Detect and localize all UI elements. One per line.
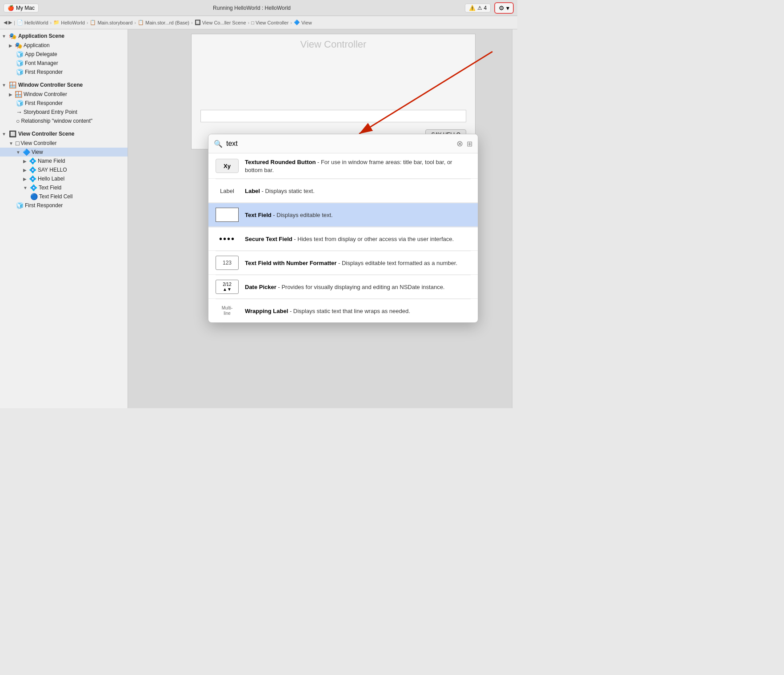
result-text-text-field: Text Field - Displays editable text. <box>245 211 333 219</box>
result-wrapping-label[interactable]: Multi- line Wrapping Label - Displays st… <box>208 299 478 322</box>
gear-icon: ⚙ ▾ <box>499 4 509 12</box>
sidebar-item-relationship[interactable]: ○ Relationship "window content" <box>0 117 128 125</box>
result-text-field[interactable]: Text Field - Displays editable text. <box>208 203 478 227</box>
result-text-field-number[interactable]: 123 Text Field with Number Formatter - D… <box>208 251 478 275</box>
result-text-label: Label - Displays static text. <box>245 187 315 195</box>
breadcrumb-helloworld-folder[interactable]: 📄 HelloWorld <box>17 20 48 25</box>
expand-arrow-application-scene: ▼ <box>2 34 6 39</box>
breadcrumb: ◀ ▶ | 📄 HelloWorld › 📁 HelloWorld › 📋 Ma… <box>0 16 517 29</box>
breadcrumb-nav-back[interactable]: ◀ ▶ <box>4 20 12 25</box>
breadcrumb-view[interactable]: 🔷 View <box>294 20 312 25</box>
expand-arrow-vc-scene: ▼ <box>2 132 6 137</box>
result-text-date-picker: Date Picker - Provides for visually disp… <box>245 283 444 291</box>
sidebar-item-first-responder-app[interactable]: 🧊 First Responder <box>0 68 128 76</box>
sidebar-item-first-responder-vc[interactable]: 🧊 First Responder <box>0 201 128 210</box>
breadcrumb-main-storyboard[interactable]: 📋 Main.storyboard <box>90 20 132 25</box>
search-bar: 🔍 ⊗ ⊞ <box>208 134 478 153</box>
vc-canvas-container: View Controller SAY HELLO <box>191 34 476 149</box>
result-label[interactable]: Label Label - Displays static text. <box>208 179 478 203</box>
breadcrumb-helloworld-group[interactable]: 📁 HelloWorld <box>53 20 85 25</box>
gear-button[interactable]: ⚙ ▾ <box>494 2 514 14</box>
vc-canvas-input <box>200 110 466 122</box>
section-view-controller-scene[interactable]: ▼ 🔲 View Controller Scene <box>0 129 128 139</box>
section-application-scene[interactable]: ▼ 🎭 Application Scene <box>0 31 128 41</box>
result-icon-secure-text-field: •••• <box>216 232 239 246</box>
result-date-picker[interactable]: 2/12 ▲▼ Date Picker - Provides for visua… <box>208 275 478 299</box>
sidebar-item-say-hello[interactable]: ▶ 💠 SAY HELLO <box>0 165 128 174</box>
title-bar: 🍎 My Mac Running HelloWorld : HelloWorld… <box>0 0 517 16</box>
sidebar-item-name-field[interactable]: ▶ 💠 Name Field <box>0 157 128 165</box>
clear-search-button[interactable]: ⊗ <box>456 139 463 149</box>
result-text-secure-text-field: Secure Text Field - Hides text from disp… <box>245 235 454 243</box>
search-input[interactable] <box>226 140 453 148</box>
my-mac-label: My Mac <box>16 5 35 11</box>
result-text-textured-rounded-button: Textured Rounded Button - For use in win… <box>245 158 471 174</box>
sidebar-item-application[interactable]: ▶ 🎭 Application <box>0 41 128 50</box>
result-icon-text-field <box>216 208 239 222</box>
result-icon-wrapping-label: Multi- line <box>216 304 239 318</box>
sidebar-item-storyboard-entry[interactable]: → Storyboard Entry Point <box>0 108 128 117</box>
result-textured-rounded-button[interactable]: Xy Textured Rounded Button - For use in … <box>208 153 478 179</box>
vc-canvas-title: View Controller <box>192 34 475 50</box>
result-secure-text-field[interactable]: •••• Secure Text Field - Hides text from… <box>208 227 478 251</box>
canvas-area: View Controller SAY HELLO <box>128 29 512 408</box>
warning-badge[interactable]: ⚠️ ⚠ 4 <box>465 4 491 12</box>
apple-icon: 🍎 <box>8 5 14 11</box>
result-icon-textured-rounded-button: Xy <box>216 159 239 173</box>
breadcrumb-vc-scene[interactable]: 🔲 View Co...ller Scene <box>195 20 246 25</box>
sidebar-item-window-controller[interactable]: ▶ 🪟 Window Controller <box>0 90 128 99</box>
result-text-wrapping-label: Wrapping Label - Displays static text th… <box>245 307 410 315</box>
sidebar-item-font-manager[interactable]: 🧊 Font Manager <box>0 59 128 68</box>
result-icon-text-field-number: 123 <box>216 256 239 270</box>
content-area: View Controller SAY HELLO <box>128 29 512 408</box>
section-window-controller-scene[interactable]: ▼ 🪟 Window Controller Scene <box>0 80 128 90</box>
breadcrumb-main-storyboard-base[interactable]: 📋 Main.stor...rd (Base) <box>138 20 189 25</box>
warning-icon: ⚠️ <box>469 5 476 11</box>
result-icon-label: Label <box>216 184 239 198</box>
grid-view-button[interactable]: ⊞ <box>467 140 472 148</box>
sidebar-item-view[interactable]: ▼ 🔷 View <box>0 148 128 157</box>
running-title: Running HelloWorld : HelloWorld <box>42 5 461 11</box>
main-layout: ▼ 🎭 Application Scene ▶ 🎭 Application 🧊 … <box>0 29 517 408</box>
expand-arrow-window-controller-scene: ▼ <box>2 83 6 88</box>
sidebar-item-app-delegate[interactable]: 🧊 App Delegate <box>0 50 128 59</box>
breadcrumb-view-controller[interactable]: □ View Controller <box>251 20 288 25</box>
sidebar-item-first-responder-window[interactable]: 🧊 First Responder <box>0 99 128 108</box>
right-panel <box>512 29 517 408</box>
sidebar-item-text-field-cell[interactable]: 🔵 Text Field Cell <box>0 192 128 201</box>
sidebar-item-text-field[interactable]: ▼ 💠 Text Field <box>0 183 128 192</box>
result-text-text-field-number: Text Field with Number Formatter - Displ… <box>245 259 457 267</box>
sidebar-item-hello-label[interactable]: ▶ 💠 Hello Label <box>0 174 128 183</box>
my-mac-badge[interactable]: 🍎 My Mac <box>4 4 39 12</box>
result-icon-date-picker: 2/12 ▲▼ <box>216 280 239 294</box>
sidebar-item-view-controller[interactable]: ▼ □ View Controller <box>0 139 128 148</box>
search-icon: 🔍 <box>214 140 223 148</box>
sidebar: ▼ 🎭 Application Scene ▶ 🎭 Application 🧊 … <box>0 29 128 408</box>
search-popup: 🔍 ⊗ ⊞ Xy Textured Rounded Button - For u… <box>208 134 478 323</box>
